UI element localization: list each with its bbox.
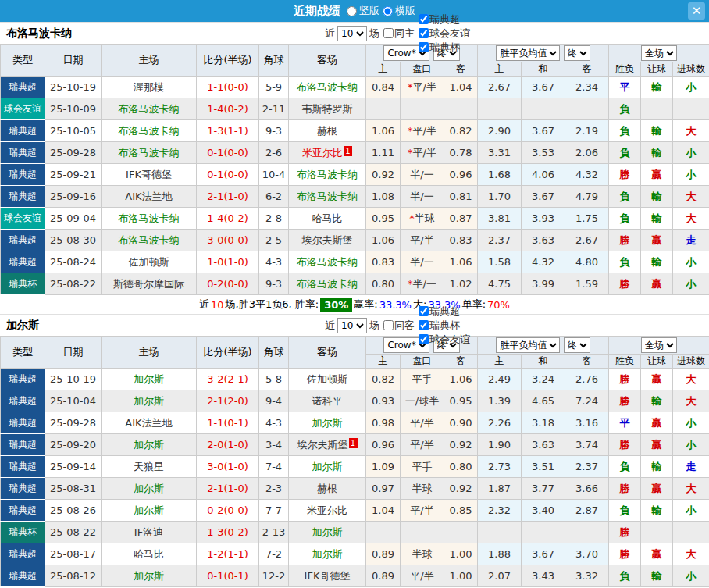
goals-cell: 大	[673, 390, 709, 412]
match-count-select[interactable]: 10	[337, 318, 367, 333]
away-team-name: 佐加顿斯	[307, 373, 347, 385]
away-team-cell: 布洛马波卡纳	[289, 186, 366, 208]
verdict-text: 輸	[652, 191, 662, 202]
home-team-name: 加尔斯	[134, 373, 164, 385]
mean-home-cell: 2.07	[478, 565, 522, 587]
league-filter[interactable]: 瑞典杯	[417, 319, 470, 333]
away-team-cell: 米亚尔比	[289, 500, 366, 522]
scope-select[interactable]: 全场	[641, 337, 677, 353]
close-icon[interactable]: ✕	[688, 2, 705, 20]
league-checkbox[interactable]	[419, 306, 429, 316]
home-team-cell: 加尔斯	[102, 565, 197, 587]
mean-away-cell: 3.32	[565, 565, 609, 587]
verdict-text: 輸	[652, 125, 662, 137]
handicap-result-cell: 輸	[641, 251, 673, 273]
verdict-text: 大	[686, 395, 697, 407]
verdict-text: 大	[686, 483, 697, 494]
match-row: 球会友谊25-09-04布洛马波卡纳1-4(0-2)2-8哈马比0.95*半球0…	[1, 208, 709, 230]
col-date: 日期	[45, 45, 102, 77]
verdict-text: 贏	[652, 234, 662, 246]
match-count-select[interactable]: 10	[337, 26, 367, 41]
league-filter[interactable]: 球会友谊	[417, 333, 470, 347]
score-cell: 3-2(2-1)	[197, 369, 259, 390]
date-cell: 25-10-09	[45, 98, 102, 120]
col-mean-away: 客	[565, 62, 609, 77]
home-team-cell: 斯德哥尔摩国际	[102, 273, 197, 295]
mean-type-select[interactable]: 胜平负均值	[496, 45, 560, 61]
mean-away-cell: 3.74	[565, 434, 609, 456]
verdict-text: 走	[686, 461, 697, 472]
date-cell: 25-08-17	[45, 543, 102, 565]
league-checkbox[interactable]	[419, 334, 429, 344]
mean-away-cell: 4.79	[565, 186, 609, 208]
same-venue-filter[interactable]: 同主	[382, 27, 415, 41]
league-type-cell: 球会友谊	[1, 98, 45, 120]
final-mean-select[interactable]: 终	[564, 337, 590, 353]
league-checkbox[interactable]	[419, 320, 429, 330]
corner-cell: 2-6	[259, 142, 289, 164]
league-type-cell: 瑞典超	[1, 164, 45, 186]
mean-home-cell: 2.32	[478, 500, 522, 522]
home-team-name: 斯德哥尔摩国际	[113, 278, 184, 290]
match-row: 瑞典杯25-08-22斯德哥尔摩国际0-2(0-0)9-3布洛马波卡纳0.80*…	[1, 273, 709, 295]
corner-cell: 3-4	[259, 434, 289, 456]
home-team-name: 布洛马波卡纳	[119, 103, 180, 115]
handicap-cell: *平/半	[401, 77, 444, 98]
mean-draw-cell: 3.99	[522, 273, 565, 295]
mean-home-cell: 1.58	[478, 251, 522, 273]
mean-away-cell	[565, 522, 609, 543]
league-type-cell: 瑞典超	[1, 120, 45, 142]
goals-cell: 走	[673, 230, 709, 251]
same-venue-checkbox[interactable]	[383, 320, 394, 330]
league-checkbox[interactable]	[419, 42, 429, 52]
handicap-result-cell: 輸	[641, 500, 673, 522]
scope-select[interactable]: 全场	[641, 45, 677, 61]
red-card-badge: 1	[349, 438, 358, 448]
mean-home-cell: 2.73	[478, 456, 522, 478]
mean-away-cell: 2.34	[565, 77, 609, 98]
mean-home-cell: 2.37	[478, 230, 522, 251]
verdict-text: 走	[686, 234, 697, 246]
goals-cell: 小	[673, 412, 709, 434]
verdict-text: 勝	[620, 169, 630, 180]
verdict-text: 負	[620, 103, 630, 115]
league-filter[interactable]: 瑞典超	[417, 12, 470, 27]
match-row: 瑞典超25-08-26加尔斯0-2(0-0)7-7米亚尔比1.04平/半0.85…	[1, 500, 709, 522]
home-team-name: AIK法兰地	[125, 417, 172, 429]
score-cell: 3-0(1-0)	[197, 456, 259, 478]
league-filter[interactable]: 球会友谊	[417, 27, 470, 41]
mean-type-select[interactable]: 胜平负均值	[496, 337, 560, 353]
league-filter[interactable]: 瑞典杯	[417, 41, 470, 55]
score-cell: 0-1(0-0)	[197, 164, 259, 186]
same-venue-checkbox[interactable]	[383, 28, 394, 38]
verdict-text: 小	[686, 256, 697, 268]
away-odds-cell: 0.90	[444, 412, 478, 434]
result-cell: 負	[609, 120, 641, 142]
home-team-cell: 天狼星	[102, 456, 197, 478]
result-cell: 負	[609, 500, 641, 522]
goals-cell: 大	[673, 543, 709, 565]
league-filter[interactable]: 瑞典超	[417, 305, 470, 319]
col-handicap-result: 让球	[641, 62, 673, 77]
home-odds-cell: 1.06	[366, 230, 401, 251]
results-table: 类型 日期 主场 比分(半场) 角球 客场 Crow* 终 胜平负均值 终 全场	[0, 336, 709, 587]
league-checkbox[interactable]	[419, 28, 429, 38]
corner-cell: 2-3	[259, 478, 289, 500]
col-odds-home: 主	[366, 355, 401, 369]
col-handicap: 盘口	[401, 62, 444, 77]
verdict-text: 輸	[652, 395, 662, 407]
verdict-text: 小	[686, 81, 697, 93]
away-team-cell: 赫根	[289, 478, 366, 500]
mean-away-cell: 3.16	[565, 412, 609, 434]
same-venue-filter[interactable]: 同客	[382, 319, 415, 333]
league-label: 瑞典超	[429, 12, 460, 27]
section-header: 加尔斯 近 10 场 同客 瑞典超瑞典杯球会友谊	[0, 315, 709, 336]
match-row: 瑞典超25-08-17哈马比1-2(1-1)7-2加尔斯0.89半球1.001.…	[1, 543, 709, 565]
away-team-cell: 布洛马波卡纳	[289, 164, 366, 186]
away-team-cell: 布洛马波卡纳	[289, 77, 366, 98]
mean-away-cell: 2.06	[565, 142, 609, 164]
league-checkbox[interactable]	[419, 14, 429, 24]
verdict-text: 輸	[652, 570, 662, 582]
date-cell: 25-08-12	[45, 565, 102, 587]
final-mean-select[interactable]: 终	[564, 45, 590, 61]
